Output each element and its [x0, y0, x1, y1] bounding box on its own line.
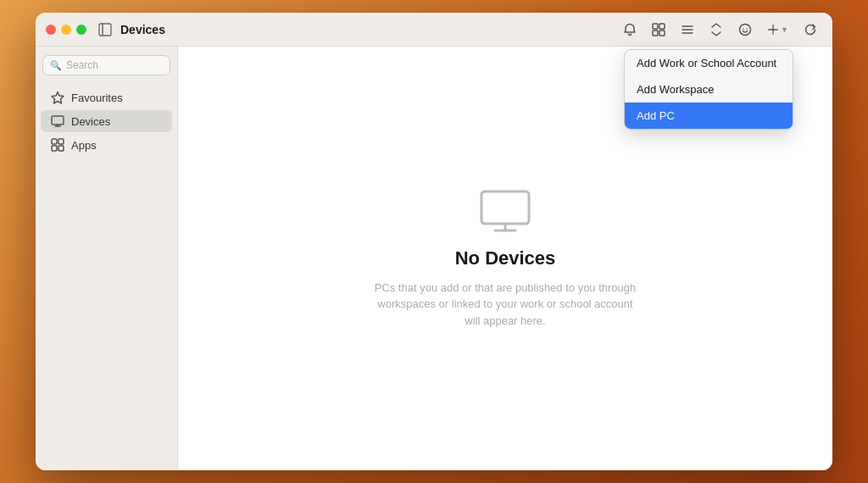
svg-rect-4 [653, 31, 658, 36]
no-devices-icon [478, 188, 532, 234]
empty-state: No Devices PCs that you add or that are … [370, 188, 641, 330]
search-input[interactable] [66, 59, 163, 71]
minimize-button[interactable] [61, 25, 71, 35]
add-dropdown-container: ▼ Add Work or School Account Add Workspa… [762, 20, 793, 39]
svg-point-11 [746, 28, 748, 30]
svg-rect-15 [52, 116, 64, 125]
grid-view-icon[interactable] [647, 18, 670, 42]
add-pc-item[interactable]: Add PC [625, 103, 793, 129]
titlebar-icons: ▼ Add Work or School Account Add Workspa… [618, 18, 822, 42]
sidebar-item-devices-label: Devices [71, 115, 110, 128]
sidebar-item-favourites[interactable]: Favourites [41, 86, 172, 108]
empty-description: PCs that you add or that are published t… [370, 280, 641, 330]
titlebar: Devices [36, 13, 832, 47]
chevron-down-icon: ▼ [781, 25, 788, 34]
maximize-button[interactable] [76, 25, 86, 35]
empty-title: No Devices [370, 247, 641, 269]
traffic-lights [46, 25, 86, 35]
add-dropdown-menu: Add Work or School Account Add Workspace… [624, 49, 793, 130]
apps-icon [51, 138, 64, 152]
sort-icon[interactable] [704, 18, 728, 42]
smiley-icon[interactable] [733, 18, 757, 42]
svg-rect-20 [52, 146, 57, 151]
sidebar-item-devices[interactable]: Devices [41, 110, 172, 132]
refresh-icon[interactable] [798, 18, 822, 42]
svg-point-10 [743, 28, 744, 30]
bell-icon[interactable] [618, 18, 642, 42]
add-workspace-item[interactable]: Add Workspace [625, 76, 793, 103]
svg-rect-0 [99, 24, 111, 36]
search-box[interactable]: 🔍 [42, 55, 170, 75]
sidebar-toggle-icon[interactable] [97, 21, 114, 38]
sidebar-item-apps[interactable]: Apps [41, 134, 172, 156]
window-title: Devices [120, 23, 165, 36]
sidebar-item-apps-label: Apps [71, 139, 97, 152]
close-button[interactable] [46, 25, 56, 35]
add-button[interactable]: ▼ [762, 20, 793, 39]
add-work-school-item[interactable]: Add Work or School Account [625, 50, 793, 76]
svg-rect-2 [653, 24, 658, 29]
sidebar: 🔍 Favourites [36, 47, 178, 470]
sidebar-item-favourites-label: Favourites [71, 92, 123, 104]
svg-rect-18 [52, 139, 57, 144]
svg-rect-19 [58, 139, 64, 144]
svg-rect-22 [481, 192, 529, 224]
main-window: Devices [36, 13, 832, 470]
svg-marker-14 [52, 92, 64, 104]
monitor-icon [51, 114, 64, 128]
svg-rect-21 [58, 146, 64, 151]
svg-rect-3 [659, 24, 665, 29]
list-view-icon[interactable] [676, 18, 699, 42]
star-icon [51, 91, 64, 104]
search-icon: 🔍 [50, 60, 62, 71]
svg-point-9 [740, 24, 751, 35]
svg-rect-5 [659, 31, 665, 36]
